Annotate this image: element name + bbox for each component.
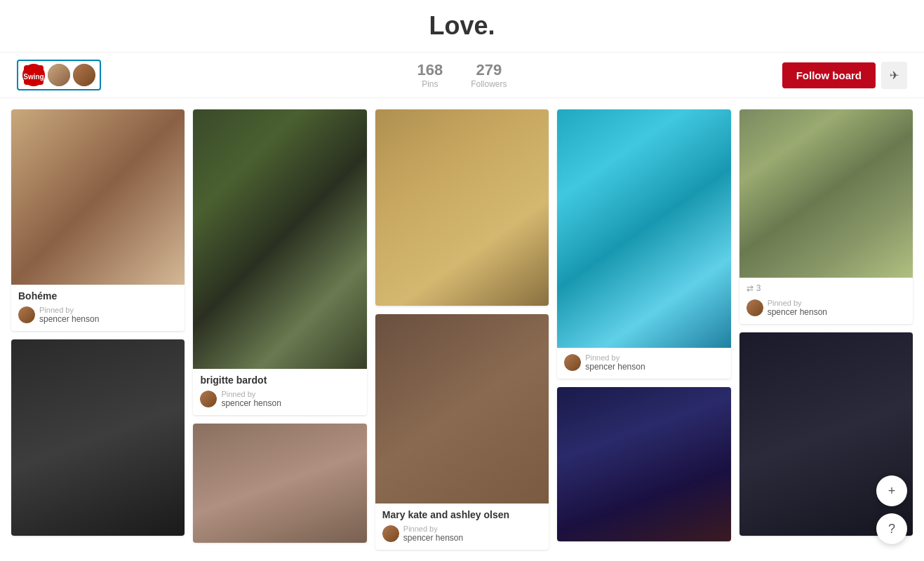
- board-title: Love.: [17, 11, 907, 41]
- pin-card[interactable]: [375, 109, 549, 306]
- pin-image-9: [739, 109, 913, 278]
- pin-image-2: [11, 339, 185, 536]
- author-avatar: [200, 391, 217, 407]
- author-info: Pinned by spencer henson: [39, 306, 99, 324]
- send-button[interactable]: ✈: [881, 62, 907, 89]
- right-actions: Follow board ✈: [782, 62, 907, 89]
- pins-label: Pins: [422, 79, 438, 89]
- pin-image-8: [557, 387, 730, 541]
- stats-center: 168 Pins 279 Followers: [417, 61, 507, 89]
- masonry-col-3: Mary kate and ashley olsen Pinned by spe…: [375, 109, 549, 550]
- pin-card[interactable]: [11, 339, 185, 536]
- author-info: Pinned by spencer henson: [585, 353, 645, 372]
- pin-author: Pinned by spencer henson: [746, 299, 906, 317]
- followers-stat: 279 Followers: [471, 61, 507, 89]
- pinned-by-label: Pinned by: [585, 353, 645, 362]
- masonry-col-2: brigitte bardot Pinned by spencer henson: [193, 109, 366, 543]
- author-name: spencer henson: [768, 307, 827, 317]
- author-name: spencer henson: [585, 362, 645, 372]
- contributors-area[interactable]: Swing: [17, 60, 101, 90]
- author-avatar: [746, 299, 763, 316]
- pin-info: brigitte bardot Pinned by spencer henson: [193, 369, 366, 415]
- pin-image-1: [11, 109, 185, 285]
- author-info: Pinned by spencer henson: [221, 390, 281, 408]
- brand-logo: Swing: [22, 64, 45, 86]
- pin-author: Pinned by spencer henson: [200, 390, 359, 408]
- pin-title: Mary kate and ashley olsen: [382, 509, 542, 520]
- pin-image-5: [375, 109, 549, 306]
- author-name: spencer henson: [403, 533, 463, 543]
- contributor-avatar-1[interactable]: [48, 64, 70, 86]
- pin-image-6: [375, 314, 549, 503]
- pinned-by-label: Pinned by: [221, 390, 281, 398]
- author-name: spencer henson: [39, 314, 99, 324]
- pin-card[interactable]: ⇄ 3 Pinned by spencer henson: [739, 109, 913, 324]
- pinned-by-label: Pinned by: [768, 299, 827, 307]
- pin-info: Mary kate and ashley olsen Pinned by spe…: [375, 503, 549, 550]
- follow-board-button[interactable]: Follow board: [782, 62, 876, 88]
- pin-card[interactable]: Bohéme Pinned by spencer henson: [11, 109, 185, 331]
- pin-author: Pinned by spencer henson: [18, 306, 178, 324]
- pin-card[interactable]: brigitte bardot Pinned by spencer henson: [193, 109, 366, 415]
- page-header: Love.: [0, 0, 924, 53]
- pin-card[interactable]: Mary kate and ashley olsen Pinned by spe…: [375, 314, 549, 550]
- followers-label: Followers: [471, 79, 507, 89]
- author-info: Pinned by spencer henson: [403, 525, 463, 543]
- pin-title: brigitte bardot: [200, 374, 359, 386]
- zoom-in-button[interactable]: +: [876, 475, 907, 506]
- pin-image-3: [193, 109, 366, 369]
- author-avatar: [382, 525, 399, 542]
- pinned-by-label: Pinned by: [39, 306, 99, 314]
- pin-card[interactable]: [557, 387, 730, 541]
- help-button[interactable]: ?: [876, 513, 907, 544]
- contributor-avatar-2[interactable]: [73, 64, 95, 86]
- floating-buttons: + ?: [876, 475, 907, 544]
- pins-count: 168: [417, 61, 443, 79]
- pin-card[interactable]: [193, 424, 366, 543]
- author-name: spencer henson: [221, 398, 281, 408]
- svg-text:Swing: Swing: [24, 73, 43, 81]
- pin-author: Pinned by spencer henson: [564, 353, 723, 372]
- masonry-col-1: Bohéme Pinned by spencer henson: [11, 109, 185, 536]
- pinned-by-label: Pinned by: [403, 525, 463, 533]
- pin-card[interactable]: Pinned by spencer henson: [557, 109, 730, 379]
- pin-info: Pinned by spencer henson: [557, 348, 730, 379]
- author-avatar: [18, 306, 35, 323]
- board-content: Bohéme Pinned by spencer henson: [0, 98, 924, 561]
- pins-stat: 168 Pins: [417, 61, 443, 89]
- author-avatar: [564, 354, 581, 371]
- stats-bar: Swing 168 Pins 279 Followers Follow boar…: [0, 53, 924, 98]
- masonry-col-4: Pinned by spencer henson: [557, 109, 730, 541]
- pin-author: Pinned by spencer henson: [382, 525, 542, 543]
- pin-image-7: [557, 109, 730, 348]
- pin-info: Bohéme Pinned by spencer henson: [11, 285, 185, 331]
- followers-count: 279: [476, 61, 502, 79]
- pin-info: Pinned by spencer henson: [739, 293, 913, 324]
- question-icon: ?: [888, 522, 895, 536]
- plus-icon: +: [888, 484, 896, 499]
- repin-count: ⇄ 3: [739, 278, 913, 293]
- pin-image-4: [193, 424, 366, 543]
- repin-icon: ⇄: [746, 283, 754, 293]
- repin-number: 3: [756, 283, 761, 293]
- author-info: Pinned by spencer henson: [768, 299, 827, 317]
- send-icon: ✈: [890, 69, 899, 82]
- pin-title: Bohéme: [18, 290, 178, 302]
- masonry-col-5: ⇄ 3 Pinned by spencer henson: [739, 109, 913, 536]
- masonry-grid: Bohéme Pinned by spencer henson: [11, 109, 913, 550]
